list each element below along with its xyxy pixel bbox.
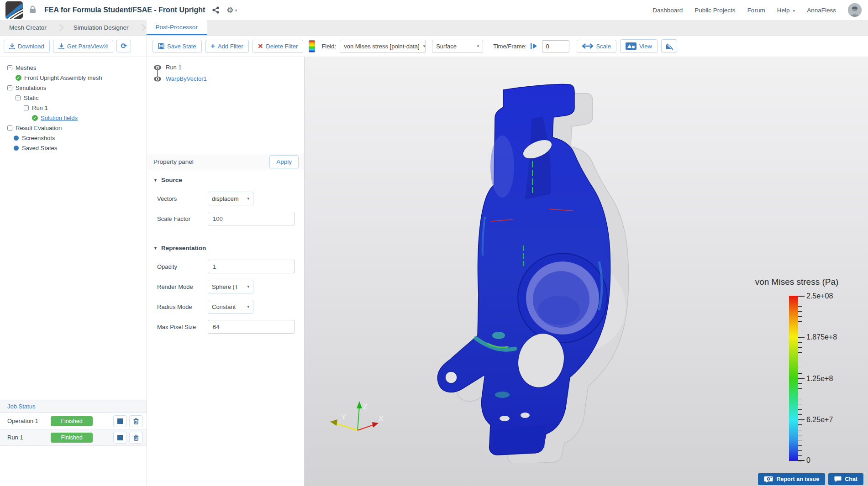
left-toolbar: Download Get ParaView® ⟳	[0, 36, 147, 57]
max-pixel-input[interactable]	[208, 320, 295, 334]
tree-item-saved-states[interactable]: Saved States	[0, 143, 147, 153]
colorbar-major-tick	[798, 419, 805, 420]
radius-mode-row: Radius Mode Constant▾	[157, 300, 304, 314]
download-button[interactable]: Download	[4, 40, 50, 53]
avatar[interactable]	[848, 3, 862, 17]
delete-job-button[interactable]	[129, 415, 143, 427]
tree-item-run1[interactable]: − Run 1	[0, 103, 147, 113]
project-tree: − Meshes ✓ Front Upright Assembly mesh −…	[0, 57, 147, 400]
colorbar-major-tick	[798, 378, 805, 379]
colorbar-major-tick	[798, 460, 805, 461]
stop-job-button[interactable]	[113, 432, 127, 444]
play-icon[interactable]	[530, 43, 537, 49]
plus-icon: +	[211, 43, 215, 49]
display-mode-select[interactable]: Surface▾	[432, 40, 483, 53]
tree-item-result-evaluation[interactable]: − Result Evaluation	[0, 123, 147, 133]
collapse-icon[interactable]: −	[7, 65, 12, 70]
refresh-icon: ⟳	[121, 43, 126, 49]
colorbar-tick-label: 1.25e+8	[806, 375, 833, 383]
tab-simulation-designer[interactable]: Simulation Designer	[64, 20, 138, 35]
nav-username[interactable]: AnnaFless	[807, 7, 836, 14]
scale-factor-input[interactable]	[208, 212, 295, 225]
settings-gear-icon[interactable]: ⚙▾	[226, 5, 237, 15]
lock-icon	[29, 5, 36, 15]
nav-public-projects[interactable]: Public Projects	[694, 7, 735, 14]
axes-triad-icon	[665, 42, 673, 50]
opacity-label: Opacity	[157, 263, 208, 270]
stop-job-button[interactable]	[113, 415, 127, 427]
tree-item-screenshots[interactable]: Screenshots	[0, 133, 147, 143]
axis-z-label: Z	[363, 402, 368, 411]
time-frame-label: Time/Frame:	[493, 43, 526, 50]
vectors-select[interactable]: displacem▾	[208, 192, 253, 205]
colorbar-major-tick	[798, 296, 805, 297]
max-pixel-row: Max Pixel Size	[157, 320, 304, 334]
field-select[interactable]: von Mises stress [point-data]▾	[340, 40, 426, 53]
save-icon	[158, 43, 164, 49]
job-row: Operation 1 Finished	[0, 413, 147, 429]
simscale-logo[interactable]	[5, 1, 23, 19]
view-button[interactable]: View	[620, 39, 658, 53]
pipeline-item-warpbyvector[interactable]: WarpByVector1	[147, 73, 304, 84]
representation-section-header[interactable]: ▼ Representation	[147, 237, 304, 253]
collapse-icon[interactable]: −	[7, 85, 12, 90]
stop-icon	[117, 418, 123, 424]
property-panel-header: Property panel Apply	[147, 154, 304, 169]
delete-job-button[interactable]	[129, 432, 143, 444]
viewport-overlay-buttons: Report an issue Chat	[758, 473, 863, 485]
project-tree-panel: Download Get ParaView® ⟳ − Meshes ✓ Fron…	[0, 36, 147, 486]
tree-item-simulations[interactable]: − Simulations	[0, 83, 147, 93]
filter-pipeline: Run 1 WarpByVector1	[147, 57, 304, 154]
tree-item-static[interactable]: − Static	[0, 93, 147, 103]
nav-dashboard[interactable]: Dashboard	[652, 7, 683, 14]
render-mode-select[interactable]: Sphere (T▾	[208, 280, 253, 293]
collapse-icon[interactable]: −	[7, 125, 12, 131]
tab-mesh-creator[interactable]: Mesh Creator	[0, 20, 56, 35]
tab-post-processor[interactable]: Post-Processor	[147, 20, 207, 35]
chevron-down-icon: ▾	[477, 44, 479, 48]
collapse-icon[interactable]: −	[16, 95, 21, 100]
chat-button[interactable]: Chat	[828, 473, 863, 485]
tab-separator-icon	[57, 24, 64, 31]
source-section-header[interactable]: ▼ Source	[147, 169, 304, 185]
time-frame-input[interactable]	[542, 40, 569, 52]
gear-caret-icon: ▾	[235, 8, 237, 13]
colormap-editor-icon[interactable]	[309, 40, 315, 52]
nav-forum[interactable]: Forum	[747, 7, 765, 14]
job-name: Operation 1	[7, 418, 51, 424]
add-filter-button[interactable]: + Add Filter	[205, 40, 249, 53]
share-icon[interactable]	[212, 6, 219, 14]
render-viewport[interactable]: Z Y X von Mises stress (Pa) 2.5e+08 1.87…	[305, 57, 868, 486]
render-mode-label: Render Mode	[157, 283, 208, 290]
scale-arrows-icon	[582, 43, 593, 49]
colorbar-gradient	[789, 296, 798, 461]
success-check-icon: ✓	[32, 115, 38, 121]
chevron-down-icon: ▾	[247, 196, 249, 201]
tree-item-meshes[interactable]: − Meshes	[0, 63, 147, 73]
item-dot-icon	[14, 146, 19, 151]
radius-mode-select[interactable]: Constant▾	[208, 300, 253, 314]
get-paraview-button[interactable]: Get ParaView®	[53, 40, 114, 53]
view-icon	[626, 42, 637, 50]
report-issue-button[interactable]: Report an issue	[758, 473, 825, 485]
job-name: Run 1	[7, 434, 51, 441]
refresh-button[interactable]: ⟳	[116, 40, 131, 52]
tree-item-mesh[interactable]: ✓ Front Upright Assembly mesh	[0, 73, 147, 83]
opacity-input[interactable]	[208, 260, 295, 273]
nav-help[interactable]: Help ▾	[777, 7, 795, 14]
vectors-row: Vectors displacem▾	[157, 192, 304, 205]
apply-button[interactable]: Apply	[269, 155, 299, 168]
save-state-button[interactable]: Save State	[153, 40, 202, 53]
help-caret-icon: ▾	[793, 8, 795, 13]
top-bar: FEA for Formula Student/FSAE - Front Upr…	[0, 0, 868, 20]
tree-item-solution-fields[interactable]: ✓ Solution fields	[0, 113, 147, 123]
collapse-icon[interactable]: −	[24, 105, 29, 110]
colorbar-tick-label: 0	[806, 456, 810, 465]
status-badge: Finished	[51, 433, 93, 443]
scale-button[interactable]: Scale	[577, 40, 616, 53]
pipeline-item-run1[interactable]: Run 1	[147, 62, 304, 73]
toggle-axes-button[interactable]	[661, 39, 677, 53]
delete-filter-button[interactable]: ✕ Delete Filter	[253, 40, 304, 53]
job-status-header: Job Status	[0, 400, 147, 413]
colorbar-tick-label: 6.25e+7	[806, 416, 833, 424]
